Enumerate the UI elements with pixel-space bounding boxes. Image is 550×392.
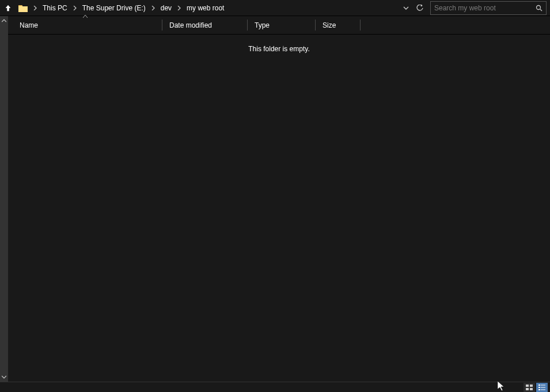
column-label: Size xyxy=(323,21,336,29)
chevron-right-icon[interactable] xyxy=(175,0,183,16)
column-header-size[interactable]: Size xyxy=(316,16,361,34)
search-input[interactable] xyxy=(431,4,532,12)
svg-line-1 xyxy=(540,9,542,11)
column-label: Name xyxy=(20,21,38,29)
breadcrumb-item-dev[interactable]: dev xyxy=(157,0,183,16)
history-dropdown-button[interactable] xyxy=(399,1,413,15)
address-bar-right xyxy=(399,0,550,16)
breadcrumb-label: This PC xyxy=(39,4,71,12)
column-header-type[interactable]: Type xyxy=(248,16,316,34)
search-icon xyxy=(536,5,543,12)
breadcrumb-item-drive[interactable]: The Super Drive (E:) xyxy=(79,0,157,16)
details-view-icon xyxy=(538,384,546,391)
view-details-button[interactable] xyxy=(536,383,548,392)
search-box xyxy=(430,1,547,15)
thumbnails-view-icon xyxy=(525,384,533,391)
svg-rect-7 xyxy=(541,385,545,385)
breadcrumb-item-current[interactable]: my web root xyxy=(183,0,227,16)
svg-rect-10 xyxy=(538,389,540,390)
svg-rect-4 xyxy=(526,388,529,390)
search-button[interactable] xyxy=(532,2,546,14)
empty-folder-message: This folder is empty. xyxy=(8,35,550,53)
column-label: Type xyxy=(255,21,270,29)
chevron-right-icon[interactable] xyxy=(71,0,79,16)
breadcrumb-label: my web root xyxy=(183,4,227,12)
svg-rect-3 xyxy=(530,385,533,387)
svg-rect-6 xyxy=(538,385,540,386)
breadcrumb-item-this-pc[interactable]: This PC xyxy=(39,0,79,16)
scroll-up-button[interactable] xyxy=(1,17,7,24)
view-large-icons-button[interactable] xyxy=(524,383,535,392)
column-header-name[interactable]: Name xyxy=(8,16,162,34)
svg-rect-8 xyxy=(538,387,540,388)
folder-icon xyxy=(17,3,29,13)
sort-ascending-icon xyxy=(82,13,88,19)
breadcrumb-label: dev xyxy=(157,4,175,12)
up-arrow-icon xyxy=(4,4,12,12)
chevron-right-icon[interactable] xyxy=(149,0,157,16)
chevron-down-icon xyxy=(403,5,409,12)
svg-rect-9 xyxy=(541,387,545,387)
status-bar xyxy=(0,382,550,392)
nav-pane-scroll xyxy=(0,16,8,382)
chevron-up-icon xyxy=(2,18,6,23)
file-list-pane: Name Date modified Type Size This folder… xyxy=(8,16,550,382)
refresh-icon xyxy=(416,5,423,12)
column-headers: Name Date modified Type Size xyxy=(8,16,550,35)
svg-point-0 xyxy=(537,5,541,9)
scroll-down-button[interactable] xyxy=(1,374,7,380)
svg-rect-11 xyxy=(541,389,545,390)
column-label: Date modified xyxy=(169,21,212,29)
breadcrumb-label: The Super Drive (E:) xyxy=(79,4,149,12)
refresh-button[interactable] xyxy=(413,1,427,15)
up-button[interactable] xyxy=(0,0,16,16)
svg-rect-2 xyxy=(526,385,529,387)
chevron-right-icon[interactable] xyxy=(31,0,39,16)
chevron-down-icon xyxy=(2,375,6,379)
svg-rect-5 xyxy=(530,388,533,390)
column-separator[interactable] xyxy=(360,20,361,31)
column-header-date[interactable]: Date modified xyxy=(162,16,248,34)
